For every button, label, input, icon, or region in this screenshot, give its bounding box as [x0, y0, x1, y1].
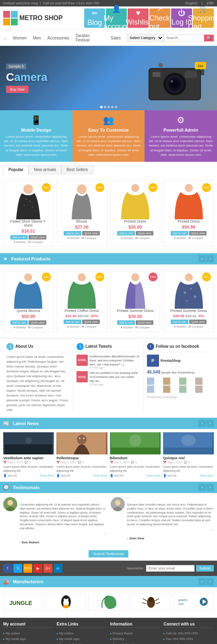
language-selector[interactable]: English [186, 1, 198, 5]
youtube-social-btn[interactable]: ▶ [33, 564, 42, 573]
footer-link[interactable]: Delivery [113, 637, 124, 641]
logo[interactable]: METRO SHOP [3, 11, 63, 25]
quick-view-btn[interactable]: Quick view [136, 231, 153, 235]
blog-link[interactable]: ✏ Blog [84, 8, 105, 28]
wishlist-link[interactable]: ♥ Wishlist [128, 8, 149, 28]
nav-sales[interactable]: Sales [110, 33, 122, 43]
category-select[interactable]: Select Category [126, 34, 164, 42]
manufacturers-next-btn[interactable]: › [207, 578, 214, 585]
facebook-social-btn[interactable]: f [3, 564, 12, 573]
manufacturer-logo[interactable]: graphic river [174, 593, 214, 611]
footer-link[interactable]: support@example.com [166, 643, 199, 644]
newsletter-input[interactable] [146, 565, 194, 572]
submit-testimonial-btn[interactable]: Submit Testimonial [89, 550, 128, 557]
compare-link[interactable]: ⇄ Compare [82, 237, 97, 240]
quick-view-btn[interactable]: Quick view [82, 231, 100, 235]
quick-view-btn[interactable]: Quick view [136, 320, 153, 325]
compare-link[interactable]: ⇄ Compare [135, 237, 150, 240]
add-to-cart-btn[interactable]: Add to cart [171, 231, 188, 235]
twitter-social-btn[interactable]: 𝕏 [13, 564, 22, 573]
wishlist-link[interactable]: ♥ Wishlist [120, 326, 132, 329]
compare-link[interactable]: ⇄ Compare [135, 326, 150, 329]
wishlist-link[interactable]: ♥ Wishlist [67, 237, 79, 240]
news-next-btn[interactable]: › [207, 420, 214, 427]
quick-view-btn[interactable]: Quick view [29, 320, 46, 325]
product-price: $26.00 [113, 225, 158, 229]
wishlist-link[interactable]: ♥ Wishlist [174, 325, 186, 328]
footer-link[interactable]: My credit slips [6, 637, 26, 641]
googleplus-social-btn[interactable]: G+ [43, 564, 52, 573]
add-to-cart-btn[interactable]: Add to cart [117, 231, 135, 235]
manufacturer-logo[interactable] [131, 593, 171, 611]
wishlist-link[interactable]: ♥ Wishlist [14, 241, 26, 244]
add-to-cart-btn[interactable]: Add to cart [10, 235, 28, 239]
footer-link[interactable]: My addresses [6, 643, 26, 644]
featured-next-btn[interactable]: › [207, 255, 214, 262]
read-more-link[interactable]: Read More [40, 474, 54, 477]
quick-view-btn[interactable]: Quick view [189, 320, 207, 324]
footer-link[interactable]: Terms & Conditions [59, 643, 87, 644]
footer-link[interactable]: Privacy Room [113, 632, 133, 635]
add-to-cart-btn[interactable]: Add to cart [10, 320, 28, 325]
footer: My account My orders My credit slips My … [0, 618, 217, 644]
wishlist-link[interactable]: ♥ Wishlist [14, 326, 26, 329]
compare-link[interactable]: ⇄ Compare [188, 325, 203, 328]
news-prev-btn[interactable]: ‹ [198, 420, 206, 427]
footer-link[interactable]: My orders [59, 632, 74, 635]
linkedin-social-btn[interactable]: in [54, 564, 62, 573]
footer-link[interactable]: Terms & Conditions [113, 643, 141, 644]
nav-women[interactable]: Women [12, 33, 27, 43]
footer-col-title: Information [110, 622, 161, 628]
news-grid: Vestibulum ante sapien 📅 July 4, 2014 💬 … [0, 429, 217, 481]
compare-link[interactable]: ⇄ Compare [188, 237, 203, 240]
testimonials-next-btn[interactable]: › [207, 484, 214, 491]
compare-link[interactable]: ⇄ Compare [28, 326, 43, 329]
add-to-cart-btn[interactable]: Add to cart [64, 231, 81, 235]
featured-product-card: New Printed Summer Dress $28.98 $30.51 -… [163, 270, 214, 332]
testimonial-item: " Quisque vitae convallis massa, non luc… [111, 497, 214, 544]
add-to-cart-btn[interactable]: Add to cart [117, 320, 135, 325]
tab-popular[interactable]: Popular [3, 165, 29, 174]
wishlist-link[interactable]: ♥ Wishlist [120, 237, 132, 240]
wishlist-link[interactable]: ♥ Wishlist [67, 325, 79, 328]
manufacturer-logo[interactable] [89, 593, 129, 611]
add-to-cart-btn[interactable]: Add to cart [171, 320, 188, 324]
product-actions: Add to cart Quick view [6, 235, 51, 239]
footer-link[interactable]: Call Us: 001-555-1551 [166, 632, 198, 635]
tab-best-sellers[interactable]: Best Sellers [61, 165, 93, 174]
wishlist-link[interactable]: ♥ Wishlist [174, 237, 186, 240]
quick-view-btn[interactable]: Quick view [82, 320, 100, 324]
nav-sarafan[interactable]: Sarafan Festival [75, 30, 105, 45]
checkout-link[interactable]: ↗ Check out [149, 8, 170, 28]
footer-link[interactable]: My credit slips [59, 637, 80, 641]
read-more-link[interactable]: Read More [200, 474, 214, 477]
hero-buy-btn[interactable]: Buy Now [6, 86, 29, 93]
search-button[interactable]: 🔍 [204, 35, 214, 41]
myaccount-link[interactable]: 👤 My account [106, 8, 127, 28]
nav-men[interactable]: Men [32, 33, 41, 43]
currency-selector[interactable]: €/$0 [207, 1, 214, 5]
compare-link[interactable]: ⇄ Compare [28, 241, 43, 244]
newsletter-submit-btn[interactable]: Submit [196, 565, 214, 572]
tweets-title: Latest Tweets [85, 344, 112, 349]
rss-social-btn[interactable]: RSS [23, 564, 32, 573]
read-more-link[interactable]: Read More [147, 474, 161, 477]
footer-link[interactable]: My orders [6, 632, 20, 635]
search-input[interactable] [164, 34, 204, 41]
testimonials-prev-btn[interactable]: ‹ [198, 484, 206, 491]
read-more-link[interactable]: Read More [93, 474, 107, 477]
manufacturers-prev-btn[interactable]: ‹ [198, 578, 206, 585]
nav-home[interactable]: ⌂ [3, 33, 7, 43]
cart-link[interactable]: 🛒 Shopping Cart [193, 8, 214, 28]
quick-view-btn[interactable]: Quick view [189, 231, 207, 235]
tab-new-arrivals[interactable]: New arrivals [29, 165, 61, 174]
quick-view-btn[interactable]: Quick view [29, 235, 46, 239]
compare-link[interactable]: ⇄ Compare [82, 325, 97, 328]
manufacturer-logo[interactable] [46, 593, 86, 611]
dress-svg [66, 272, 98, 309]
footer-link[interactable]: Fax: 001-555-1551 [166, 637, 193, 641]
manufacturer-logo[interactable]: JUNGLE [3, 593, 43, 611]
nav-accessories[interactable]: Accessories [47, 33, 70, 43]
featured-prev-btn[interactable]: ‹ [198, 255, 206, 262]
add-to-cart-btn[interactable]: Add to cart [64, 320, 81, 324]
